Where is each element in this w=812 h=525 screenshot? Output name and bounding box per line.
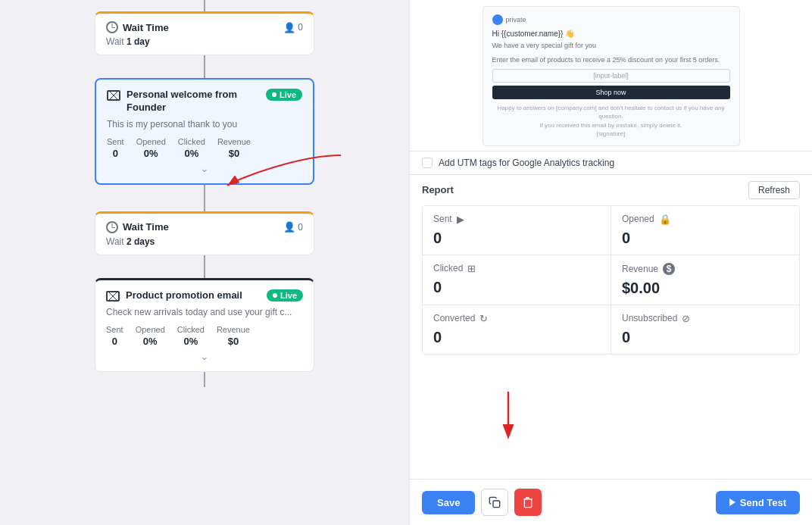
play-icon	[729, 498, 735, 506]
sent-value: 0	[433, 230, 600, 247]
stat-cell-converted: Converted ↻ 0	[423, 305, 611, 354]
converted-icon: ↻	[479, 313, 488, 324]
wait-duration-1: Wait 1 day	[106, 36, 303, 47]
connector-3	[204, 255, 205, 278]
user-icon-1: 👤	[283, 22, 295, 33]
wait-duration-2: Wait 2 days	[106, 236, 303, 247]
utm-checkbox[interactable]	[422, 158, 433, 168]
clicked-value: 0	[433, 279, 600, 296]
converted-value: 0	[433, 329, 600, 346]
clicked-icon: ⊞	[467, 263, 476, 274]
stat-opened-1: Opened 0%	[136, 137, 166, 159]
stat-cell-revenue: Revenue $ $0.00	[611, 255, 799, 305]
stat-revenue-1: Revenue $0	[217, 137, 251, 159]
send-test-button[interactable]: Send Test	[716, 491, 800, 514]
email-block-2-name: Product promotion email	[126, 289, 242, 302]
stat-clicked-1: Clicked 0%	[178, 137, 205, 159]
preview-card: private Hi {{customer.name}} 👋 We have a…	[483, 6, 740, 146]
email-preview: private Hi {{customer.name}} 👋 We have a…	[410, 0, 812, 152]
preview-from: private	[492, 14, 730, 25]
email-block-2-desc: Check new arrivals today and use your gi…	[106, 307, 303, 317]
workflow-panel: Wait Time 👤 0 Wait 1 day Personal welcom…	[0, 0, 409, 525]
chevron-down-2: ⌄	[106, 350, 303, 362]
revenue-label: Revenue	[622, 264, 658, 274]
email-icon-1	[107, 90, 120, 101]
user-icon-2: 👤	[283, 221, 295, 233]
stat-revenue-2: Revenue $0	[217, 325, 250, 347]
stat-sent-1: Sent 0	[107, 137, 124, 159]
chevron-down-1: ⌄	[107, 162, 302, 174]
user-count-2: 👤 0	[283, 221, 303, 233]
stat-sent-2: Sent 0	[106, 325, 123, 347]
stat-clicked-2: Clicked 0%	[177, 325, 205, 347]
opened-icon: 🔒	[659, 214, 671, 225]
email-block-1[interactable]: Personal welcome from Founder Live This …	[95, 78, 314, 185]
preview-avatar	[492, 14, 503, 25]
svg-rect-2	[493, 501, 500, 508]
preview-body2: Enter the email of products to receive a…	[492, 55, 730, 65]
email-block-1-stats: Sent 0 Opened 0% Clicked 0% Revenue $0	[107, 137, 302, 159]
flow-container: Wait Time 👤 0 Wait 1 day Personal welcom…	[0, 0, 409, 387]
live-badge-1: Live	[266, 89, 302, 101]
wait-block-1-title: Wait Time	[106, 21, 169, 33]
connector-top	[204, 0, 205, 11]
opened-label: Opened	[622, 214, 654, 224]
stat-cell-clicked: Clicked ⊞ 0	[423, 255, 611, 305]
unsubscribed-icon: ⊘	[682, 313, 690, 324]
user-count-1: 👤 0	[283, 22, 303, 33]
email-block-1-desc: This is my personal thank to you	[107, 119, 302, 130]
trash-icon	[522, 496, 534, 508]
utm-label: Add UTM tags for Google Analytics tracki…	[439, 158, 614, 168]
arrow-area	[410, 355, 812, 479]
refresh-button[interactable]: Refresh	[748, 181, 800, 199]
clock-icon-1	[106, 21, 118, 33]
connector-1	[204, 55, 205, 78]
down-annotation-arrow	[486, 388, 531, 441]
report-title: Report	[422, 184, 454, 195]
stat-cell-opened: Opened 🔒 0	[611, 206, 799, 255]
preview-greeting: Hi {{customer.name}} 👋	[492, 30, 730, 38]
live-dot-1	[272, 92, 276, 97]
copy-icon	[489, 496, 501, 508]
preview-input: [input-label]	[492, 69, 730, 83]
live-dot-2	[273, 293, 277, 298]
preview-body1: We have a very special gift for you	[492, 41, 730, 51]
toolbar-left: Save	[422, 489, 542, 516]
right-panel: private Hi {{customer.name}} 👋 We have a…	[409, 0, 812, 525]
revenue-icon: $	[663, 263, 675, 275]
report-header: Report Refresh	[410, 175, 812, 205]
clock-icon-2	[106, 221, 118, 233]
stat-opened-2: Opened 0%	[136, 325, 165, 347]
unsubscribed-label: Unsubscribed	[622, 313, 677, 323]
opened-value: 0	[622, 230, 789, 247]
wait-block-2-title: Wait Time	[106, 221, 169, 233]
preview-footer: Happy to answers on [company.com] and do…	[492, 104, 730, 138]
stat-cell-unsubscribed: Unsubscribed ⊘ 0	[611, 305, 799, 354]
utm-row[interactable]: Add UTM tags for Google Analytics tracki…	[410, 152, 812, 175]
live-badge-2: Live	[267, 289, 303, 302]
stat-cell-sent: Sent ▶ 0	[423, 206, 611, 255]
bottom-toolbar: Save Send Test	[410, 479, 812, 525]
save-button[interactable]: Save	[422, 491, 475, 514]
converted-label: Converted	[433, 313, 475, 323]
connector-2	[204, 185, 205, 211]
preview-button: Shop now	[492, 86, 730, 99]
sent-label: Sent	[433, 214, 452, 224]
revenue-value: $0.00	[622, 280, 789, 297]
sent-icon: ▶	[457, 214, 464, 225]
email-block-2-stats: Sent 0 Opened 0% Clicked 0% Revenue $0	[106, 325, 303, 347]
wait-block-1[interactable]: Wait Time 👤 0 Wait 1 day	[95, 11, 314, 55]
copy-button[interactable]	[481, 489, 508, 516]
unsubscribed-value: 0	[622, 329, 789, 346]
email-icon-2	[106, 291, 120, 302]
wait-block-2[interactable]: Wait Time 👤 0 Wait 2 days	[95, 211, 314, 255]
email-block-2[interactable]: Product promotion email Live Check new a…	[95, 278, 314, 372]
connector-bottom	[204, 372, 205, 387]
email-block-1-name: Personal welcome from Founder	[126, 89, 266, 114]
delete-button[interactable]	[514, 489, 542, 516]
stats-grid: Sent ▶ 0 Opened 🔒 0 Clicked ⊞ 0 Revenue	[422, 205, 800, 355]
clicked-label: Clicked	[433, 263, 463, 273]
